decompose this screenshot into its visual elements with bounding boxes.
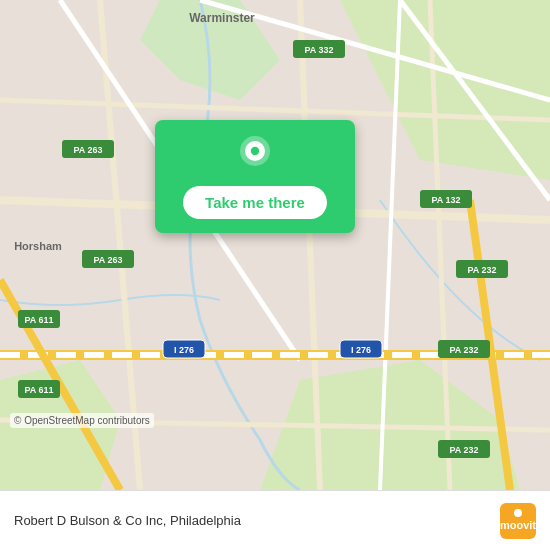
svg-point-47 <box>251 147 259 155</box>
location-pin-icon <box>235 136 275 176</box>
svg-text:I 276: I 276 <box>351 345 371 355</box>
copyright-text: © OpenStreetMap contributors <box>10 413 154 428</box>
location-name: Robert D Bulson & Co Inc, Philadelphia <box>14 513 500 528</box>
svg-text:PA 611: PA 611 <box>24 315 53 325</box>
take-me-there-button[interactable]: Take me there <box>183 186 327 219</box>
svg-text:Horsham: Horsham <box>14 240 62 252</box>
svg-text:Warminster: Warminster <box>189 11 255 25</box>
svg-text:PA 232: PA 232 <box>449 445 478 455</box>
map-container: PA 263 PA 332 PA 263 PA 132 PA 263 PA 23… <box>0 0 550 490</box>
svg-point-50 <box>514 509 522 517</box>
svg-text:PA 263: PA 263 <box>93 255 122 265</box>
svg-text:PA 611: PA 611 <box>24 385 53 395</box>
svg-text:PA 132: PA 132 <box>431 195 460 205</box>
location-card: Take me there <box>155 120 355 233</box>
svg-text:moovit: moovit <box>500 519 536 531</box>
svg-text:PA 232: PA 232 <box>467 265 496 275</box>
bottom-bar: Robert D Bulson & Co Inc, Philadelphia m… <box>0 490 550 550</box>
moovit-logo-icon: moovit <box>500 503 536 539</box>
svg-text:PA 332: PA 332 <box>304 45 333 55</box>
svg-text:PA 263: PA 263 <box>73 145 102 155</box>
moovit-logo: moovit <box>500 503 536 539</box>
svg-text:PA 232: PA 232 <box>449 345 478 355</box>
svg-text:I 276: I 276 <box>174 345 194 355</box>
